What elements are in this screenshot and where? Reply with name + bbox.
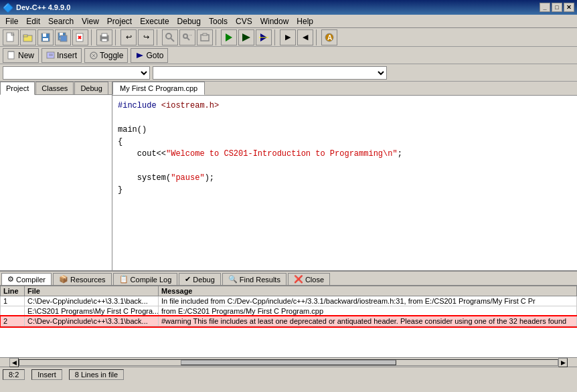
resources-tab-icon: 📦: [59, 275, 68, 284]
svg-rect-22: [203, 33, 207, 35]
run-toolbar-btn[interactable]: [238, 29, 254, 45]
code-line-7: system("pause");: [118, 172, 572, 184]
toggle-toolbar-btn[interactable]: Toggle: [84, 48, 128, 63]
tab-compile-log[interactable]: 📋 Compile Log: [113, 273, 178, 285]
compile-toolbar-btn[interactable]: [221, 29, 237, 45]
close-toolbar-btn[interactable]: [72, 29, 88, 45]
log-row-1[interactable]: 1C:\Dev-Cpp\include\c++\3.3.1\back...In …: [1, 296, 577, 306]
svg-rect-5: [43, 38, 48, 41]
app-title: Dev-C++ 4.9.9.0: [16, 3, 70, 11]
debug-tab-icon: ✔: [185, 275, 191, 284]
main-area: Project Classes Debug My First C Program…: [0, 82, 577, 270]
menu-execute[interactable]: Execute: [136, 15, 173, 27]
close-tab-label: Close: [305, 276, 324, 284]
status-position: 8:2: [3, 369, 25, 380]
svg-rect-14: [102, 33, 107, 37]
combo-bar: [0, 64, 577, 82]
status-bar: 8:2 Insert 8 Lines in file: [0, 367, 577, 381]
tab-find-results[interactable]: 🔍 Find Results: [222, 273, 286, 285]
h-scroll-thumb[interactable]: [181, 360, 396, 365]
log-row-3[interactable]: 2C:\Dev-Cpp\include\c++\3.3.1\back...#wa…: [1, 316, 577, 326]
debug-run-toolbar-btn[interactable]: [256, 29, 272, 45]
menu-edit[interactable]: Edit: [22, 15, 44, 27]
menu-tools[interactable]: Tools: [205, 15, 232, 27]
compiler-tab-label: Compiler: [16, 276, 46, 284]
symbol-combo[interactable]: [153, 66, 387, 80]
toolbar-sep-3: [157, 29, 159, 45]
app-icon: 🔷: [3, 3, 13, 13]
svg-rect-30: [8, 52, 14, 59]
log-row-file: E:\CS201 Programs\My First C Progra...: [25, 306, 159, 316]
find-results-tab-icon: 🔍: [228, 275, 238, 284]
toolbar-sep-6: [316, 29, 319, 45]
insert-label: Insert: [57, 51, 77, 60]
left-panel: Project Classes Debug: [0, 82, 112, 270]
log-table: Line File Message 1C:\Dev-Cpp\include\c+…: [0, 286, 577, 357]
tab-close[interactable]: ❌ Close: [288, 273, 330, 285]
new-item-toolbar-btn[interactable]: New: [3, 48, 39, 63]
left-tab-bar: Project Classes Debug: [0, 82, 112, 95]
save-all-toolbar-btn[interactable]: [55, 29, 71, 45]
tab-project[interactable]: Project: [0, 82, 35, 95]
menu-debug[interactable]: Debug: [173, 15, 205, 27]
menu-file[interactable]: File: [1, 15, 22, 27]
toolbar-row1: ↩ ↪ → ▶ ◀ A: [0, 28, 577, 47]
prev-toolbar-btn[interactable]: ◀: [297, 29, 313, 45]
menu-bar: File Edit Search View Project Execute De…: [0, 15, 577, 28]
goto-toolbar-btn[interactable]: Goto: [131, 48, 168, 63]
save-toolbar-btn[interactable]: [37, 29, 54, 45]
scope-toolbar-btn[interactable]: [197, 29, 213, 45]
menu-project[interactable]: Project: [103, 15, 136, 27]
log-row-file: C:\Dev-Cpp\include\c++\3.3.1\back...: [25, 316, 159, 326]
code-editor[interactable]: #include <iostream.h> main() { cout<<"We…: [112, 96, 577, 270]
log-data-table: Line File Message 1C:\Dev-Cpp\include\c+…: [0, 286, 577, 326]
next-toolbar-btn[interactable]: ▶: [280, 29, 296, 45]
code-line-2: [118, 112, 572, 124]
menu-search[interactable]: Search: [44, 15, 78, 27]
minimize-btn[interactable]: _: [540, 3, 550, 12]
svg-line-17: [171, 38, 174, 41]
log-row-message: #warning This file includes at least one…: [159, 316, 577, 326]
undo-toolbar-btn[interactable]: ↩: [120, 29, 137, 45]
abbrev-toolbar-btn[interactable]: A: [321, 29, 337, 45]
log-row-file: C:\Dev-Cpp\include\c++\3.3.1\back...: [25, 296, 159, 306]
log-row-2[interactable]: E:\CS201 Programs\My First C Progra...fr…: [1, 306, 577, 316]
menu-view[interactable]: View: [78, 15, 103, 27]
editor-tab-file[interactable]: My First C Program.cpp: [112, 82, 205, 95]
toggle-label: Toggle: [100, 51, 123, 60]
tab-classes[interactable]: Classes: [35, 82, 74, 94]
menu-cvs[interactable]: CVS: [232, 15, 256, 27]
tab-debug-panel[interactable]: ✔ Debug: [179, 273, 220, 285]
find-toolbar-btn[interactable]: [162, 29, 178, 45]
code-line-3: main(): [118, 124, 572, 136]
title-bar: 🔷 Dev-C++ 4.9.9.0 _ □ ✕: [0, 0, 577, 15]
svg-rect-15: [102, 39, 107, 41]
tab-resources[interactable]: 📦 Resources: [53, 273, 112, 285]
editor-tab-bar: My First C Program.cpp: [112, 82, 577, 96]
maximize-btn[interactable]: □: [552, 3, 562, 12]
debug-tab-label: Debug: [193, 276, 214, 284]
goto-label: Goto: [146, 51, 163, 60]
scroll-left-btn[interactable]: ◀: [9, 358, 19, 367]
tab-compiler[interactable]: ⚙ Compiler: [1, 273, 52, 285]
scope-combo[interactable]: [3, 66, 150, 80]
insert-toolbar-btn[interactable]: Insert: [42, 48, 82, 63]
print-toolbar-btn[interactable]: [96, 29, 112, 45]
toolbar-sep-2: [115, 29, 118, 45]
new-file-toolbar-btn[interactable]: [3, 29, 19, 45]
h-scrollbar[interactable]: ◀ ▶: [0, 357, 577, 367]
svg-marker-23: [226, 33, 232, 41]
menu-window[interactable]: Window: [256, 15, 293, 27]
h-scroll-track[interactable]: [19, 359, 558, 366]
redo-toolbar-btn[interactable]: ↪: [138, 29, 154, 45]
scroll-right-btn[interactable]: ▶: [558, 358, 568, 367]
code-line-6: [118, 160, 572, 172]
replace-toolbar-btn[interactable]: →: [179, 29, 195, 45]
open-toolbar-btn[interactable]: [20, 29, 36, 45]
tab-debug[interactable]: Debug: [74, 82, 108, 94]
log-row-message: from E:/CS201 Programs/My First C Progra…: [159, 306, 577, 316]
svg-point-16: [166, 33, 171, 39]
menu-help[interactable]: Help: [293, 15, 317, 27]
close-btn[interactable]: ✕: [564, 3, 574, 12]
svg-rect-9: [60, 35, 67, 41]
